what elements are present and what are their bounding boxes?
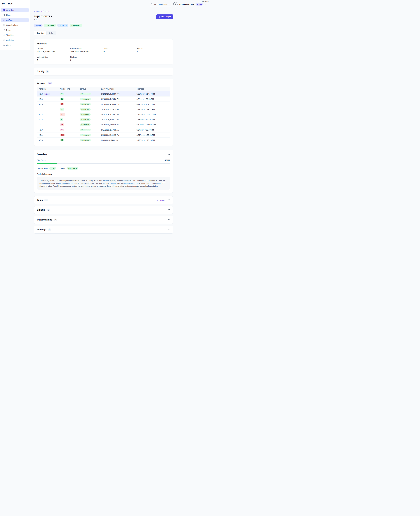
- building-icon: [2, 24, 5, 26]
- organization-selector[interactable]: My Organization: [149, 2, 172, 6]
- field-label: Signals: [137, 47, 170, 50]
- chevron-down-icon[interactable]: [168, 228, 170, 231]
- overview-section: Overview Risk Score 15 / 100 Classificat…: [34, 150, 173, 193]
- risk-score-badge: 95: [60, 103, 64, 105]
- sidebar-item-artifacts[interactable]: Artifacts: [1, 18, 29, 22]
- back-to-artifacts-link[interactable]: ← Back to Artifacts: [34, 10, 49, 12]
- shield-icon: [2, 29, 5, 31]
- sidebar-item-policy[interactable]: Policy: [1, 28, 29, 32]
- latest-badge: latest: [44, 93, 50, 95]
- version-row[interactable]: 5.0.2 100 Completed 3/18/2026, 8:18:42 A…: [37, 112, 170, 117]
- column-header-version: VERSION: [37, 87, 58, 91]
- risk-score-badge: 15: [60, 93, 64, 95]
- version-row[interactable]: 5.0.1 95 Completed 3/12/2026, 2:00:25 AM…: [37, 122, 170, 127]
- version-row[interactable]: - 15 Completed 3/25/2026, 2:18:11 PM 2/1…: [37, 107, 170, 112]
- risk-score-badge: 15: [60, 139, 64, 141]
- risk-score-badge: 5: [60, 118, 63, 121]
- version-cell: 5.0.2: [37, 112, 58, 117]
- version-cell: 5.0.6latest: [37, 91, 58, 97]
- metadata-field-tools: Tools 0: [104, 47, 137, 53]
- version-row[interactable]: 5.0.0 95 Completed 3/11/2026, 1:57:06 AM…: [37, 127, 170, 133]
- status-badge: Completed: [80, 98, 91, 100]
- version-cell: 5.0.4: [37, 117, 58, 122]
- status-cell: Completed: [78, 122, 99, 127]
- created-cell: 2/9/2026, 4:26:53 PM: [135, 97, 170, 102]
- version-number: 4.2.0: [39, 98, 43, 100]
- user-menu[interactable]: Michael Chomicz Admin: [173, 2, 207, 6]
- status-badge: Completed: [80, 129, 91, 131]
- versions-count-badge: 10: [48, 82, 52, 84]
- status-badge: Completed: [80, 103, 91, 105]
- status-badge: Completed: [67, 167, 78, 170]
- last-analyzed-cell: 3/26/2026, 5:44:50 PM: [100, 91, 135, 97]
- status-badge: Completed: [80, 108, 91, 111]
- status-badge: Completed: [80, 123, 91, 126]
- risk-score-cell: 100: [58, 133, 78, 138]
- findings-section[interactable]: Findings 0: [34, 226, 173, 233]
- sidebar-item-overview[interactable]: Overview: [1, 8, 29, 12]
- field-label: Findings: [70, 56, 104, 58]
- versions-table-body: 5.0.6latest 15 Completed 3/26/2026, 5:44…: [37, 91, 170, 143]
- chevron-down-icon[interactable]: [168, 218, 170, 221]
- field-label: Last Analyzed: [70, 47, 104, 50]
- sidebar-nav: Overview Hosts Artifacts Organizations P…: [0, 7, 30, 50]
- user-name: Michael Chomicz: [179, 3, 194, 5]
- version-row[interactable]: 4.2.0 15 Completed 3/26/2026, 5:29:58 PM…: [37, 97, 170, 102]
- sidebar-item-hosts[interactable]: Hosts: [1, 13, 29, 17]
- classification-row: Classification: LOW Status: Completed: [37, 167, 170, 170]
- upload-icon: [157, 199, 159, 201]
- organization-selector-label: My Organization: [154, 3, 167, 5]
- badges-row: Plugin LOW RISK Score: 15 Completed: [34, 24, 173, 27]
- versions-card: Versions 10 VERSION RISK SCORE STATUS LA…: [34, 79, 173, 146]
- back-link-label: Back to Artifacts: [36, 10, 49, 12]
- version-number: 4.3.0: [39, 139, 43, 141]
- last-analyzed-cell: 3/18/2026, 8:18:42 AM: [100, 112, 135, 117]
- last-analyzed-cell: 3/3/2026, 2:54:03 AM: [100, 138, 135, 143]
- version-row[interactable]: 4.3.1 100 Completed 3/9/2026, 11:09:10 P…: [37, 133, 170, 138]
- column-header-last-analyzed: LAST ANALYZED: [100, 87, 135, 91]
- sidebar-item-organizations[interactable]: Organizations: [1, 23, 29, 27]
- tools-section[interactable]: Tools 0 Import: [34, 196, 173, 204]
- risk-score-badge: 100: [60, 113, 65, 116]
- version-row[interactable]: 5.0.4 5 Completed 3/17/2026, 8:45:17 AM …: [37, 117, 170, 122]
- vulnerabilities-section[interactable]: Vulnerabilities 0: [34, 216, 173, 224]
- chevron-down-icon[interactable]: [168, 209, 170, 211]
- risk-progress-bar: [37, 163, 170, 164]
- status-cell: Completed: [78, 97, 99, 102]
- app-root: MCP Trust Overview Hosts Artifacts Organ…: [0, 0, 210, 275]
- overview-section-header[interactable]: Overview: [37, 153, 170, 156]
- version-row[interactable]: 5.0.5 95 Completed 3/25/2026, 4:03:00 PM…: [37, 102, 170, 107]
- version-number: 5.0.2: [39, 113, 43, 116]
- sidebar-item-label: Organizations: [6, 24, 18, 26]
- risk-progress-fill: [37, 163, 57, 164]
- tools-count-badge: 0: [44, 199, 48, 201]
- viewport-size-indicator: 1512px × 451px: [198, 1, 209, 2]
- metadata-title: Metadata: [37, 43, 170, 45]
- variable-icon: [2, 34, 5, 36]
- avatar: [173, 2, 178, 6]
- classification-label: Classification:: [37, 167, 48, 169]
- tab-skills[interactable]: Skills: [46, 31, 55, 35]
- last-analyzed-cell: 3/17/2026, 8:45:17 AM: [100, 117, 135, 122]
- risk-score-badge: 15: [60, 98, 64, 100]
- field-value: 0: [104, 51, 137, 53]
- created-cell: 3/10/2026, 10:41:04 PM: [135, 122, 170, 127]
- tab-overview[interactable]: Overview: [34, 31, 46, 35]
- status-cell: Completed: [78, 107, 99, 112]
- sidebar-item-audit-log[interactable]: Audit Log: [1, 38, 29, 42]
- import-button[interactable]: Import: [157, 199, 165, 201]
- sidebar-item-variables[interactable]: Variables: [1, 33, 29, 37]
- risk-badge: LOW RISK: [44, 24, 56, 27]
- config-section[interactable]: Config 1: [34, 68, 173, 75]
- chevron-down-icon[interactable]: [168, 70, 170, 73]
- status-badge: Completed: [70, 24, 82, 27]
- chevron-up-icon[interactable]: [168, 153, 170, 156]
- sidebar-item-alerts[interactable]: Alerts: [1, 43, 29, 47]
- field-label: Tools: [104, 47, 137, 50]
- analysis-summary-text: This is a legitimate brainstorming/desig…: [37, 177, 170, 190]
- version-row[interactable]: 4.3.0 15 Completed 3/3/2026, 2:54:03 AM …: [37, 138, 170, 143]
- chevron-down-icon[interactable]: [168, 199, 170, 202]
- signals-section[interactable]: Signals 1: [34, 206, 173, 214]
- re-analyze-button[interactable]: Re-Analyze: [156, 15, 173, 19]
- version-row[interactable]: 5.0.6latest 15 Completed 3/26/2026, 5:44…: [37, 91, 170, 97]
